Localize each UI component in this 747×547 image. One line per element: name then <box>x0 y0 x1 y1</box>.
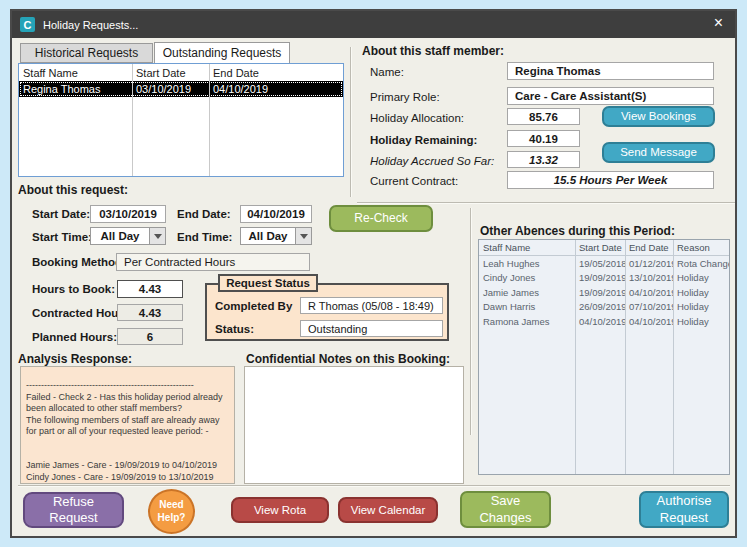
cell: 04/10/2019 <box>625 287 673 298</box>
view-bookings-button[interactable]: View Bookings <box>602 106 715 127</box>
other-absences-table: Staff Name Start Date End Date Reason Le… <box>478 239 730 475</box>
holiday-accrued-field[interactable]: 13.32 <box>507 151 580 168</box>
primary-role-label: Primary Role: <box>370 91 440 103</box>
refuse-request-button[interactable]: Refuse Request <box>23 492 124 528</box>
end-time-value: All Day <box>241 230 295 242</box>
column-divider <box>673 240 674 474</box>
cell-end-date: 04/10/2019 <box>209 83 343 95</box>
view-calendar-button[interactable]: View Calendar <box>338 497 438 523</box>
table-row[interactable]: Regina Thomas 03/10/2019 04/10/2019 <box>19 81 343 97</box>
start-date-label: Start Date: <box>32 208 90 220</box>
end-date-field[interactable]: 04/10/2019 <box>240 205 312 223</box>
divider <box>18 485 730 487</box>
divider <box>470 208 472 435</box>
start-time-label: Start Time: <box>32 231 92 243</box>
cell: 19/05/2018 <box>575 258 625 269</box>
authorise-request-button[interactable]: Authorise Request <box>639 491 729 528</box>
close-icon[interactable]: × <box>714 14 723 32</box>
cell: Rota Change <box>673 258 729 269</box>
start-time-value: All Day <box>91 230 149 242</box>
current-contract-field[interactable]: 15.5 Hours Per Week <box>507 171 714 189</box>
status-field[interactable]: Outstanding <box>300 320 443 337</box>
holiday-accrued-label: Holiday Accrued So Far: <box>370 155 494 167</box>
column-divider <box>575 240 576 474</box>
requests-table-header: Staff Name Start Date End Date <box>19 64 343 81</box>
confidential-notes-input[interactable] <box>244 366 464 484</box>
end-date-label: End Date: <box>177 208 231 220</box>
cell: Dawn Harris <box>479 301 575 312</box>
title-bar: C Holiday Requests... × <box>12 11 735 38</box>
status-label: Status: <box>215 323 254 335</box>
cell: Ramona James <box>479 316 575 327</box>
cell: 13/10/2019 <box>625 272 673 283</box>
chevron-down-icon[interactable] <box>295 228 311 244</box>
name-label: Name: <box>370 66 404 78</box>
cell: 07/10/2019 <box>625 301 673 312</box>
cell: Cindy Jones <box>479 272 575 283</box>
planned-hours-label: Planned Hours: <box>32 331 117 343</box>
name-field[interactable]: Regina Thomas <box>507 62 714 80</box>
col-start-date: Start Date <box>575 242 625 253</box>
cell: 26/09/2019 <box>575 301 625 312</box>
cell-start-date: 03/10/2019 <box>132 83 209 95</box>
holiday-remaining-label: Holiday Remaining: <box>370 134 477 146</box>
col-end-date: End Date <box>625 242 673 253</box>
current-contract-label: Current Contract: <box>370 175 458 187</box>
cell: 19/09/2019 <box>575 272 625 283</box>
analysis-response-text: ----------------------------------------… <box>20 366 235 484</box>
app-icon: C <box>20 17 35 32</box>
staff-section-title: About this staff member: <box>362 44 504 58</box>
column-divider <box>209 64 210 176</box>
cell: 01/12/2019 <box>625 258 673 269</box>
col-staff-name: Staff Name <box>479 242 575 253</box>
table-row[interactable]: Leah Hughes 19/05/2018 01/12/2019 Rota C… <box>479 256 729 271</box>
outstanding-requests-table: Staff Name Start Date End Date Regina Th… <box>18 63 344 177</box>
table-row[interactable]: Ramona James 04/10/2019 04/10/2019 Holid… <box>479 314 729 329</box>
holiday-allocation-field[interactable]: 85.76 <box>507 108 580 125</box>
cell: Holiday <box>673 316 729 327</box>
hours-to-book-label: Hours to Book: <box>32 283 115 295</box>
chevron-down-icon[interactable] <box>149 228 165 244</box>
end-time-select[interactable]: All Day <box>240 227 312 245</box>
divider <box>357 202 735 204</box>
column-divider <box>625 240 626 474</box>
confidential-notes-label: Confidential Notes on this Booking: <box>246 352 450 366</box>
view-rota-button[interactable]: View Rota <box>231 497 329 523</box>
start-date-field[interactable]: 03/10/2019 <box>90 205 166 223</box>
window-title: Holiday Requests... <box>43 19 138 31</box>
cell: Holiday <box>673 287 729 298</box>
cell: 04/10/2019 <box>575 316 625 327</box>
col-start-date: Start Date <box>132 67 209 79</box>
save-changes-button[interactable]: Save Changes <box>460 491 551 528</box>
recheck-button[interactable]: Re-Check <box>329 205 433 232</box>
cell: Jamie James <box>479 287 575 298</box>
analysis-response-label: Analysis Response: <box>18 352 132 366</box>
table-row[interactable]: Jamie James 19/09/2019 04/10/2019 Holida… <box>479 285 729 300</box>
cell: Leah Hughes <box>479 258 575 269</box>
holiday-requests-dialog: C Holiday Requests... × Historical Reque… <box>10 9 737 538</box>
col-reason: Reason <box>673 242 729 253</box>
completed-by-field[interactable]: R Thomas (05/08 - 18:49) <box>300 297 443 314</box>
request-status-title: Request Status <box>218 274 318 292</box>
holiday-remaining-field[interactable]: 40.19 <box>507 130 580 147</box>
booking-method-label: Booking Method: <box>32 256 126 268</box>
tab-historical-requests[interactable]: Historical Requests <box>20 43 153 63</box>
other-absences-title: Other Abences during this Period: <box>480 224 675 238</box>
send-message-button[interactable]: Send Message <box>602 142 715 163</box>
start-time-select[interactable]: All Day <box>90 227 166 245</box>
planned-hours-field: 6 <box>117 328 183 345</box>
hours-to-book-field[interactable]: 4.43 <box>117 280 183 298</box>
tab-outstanding-requests[interactable]: Outstanding Requests <box>154 42 290 64</box>
col-end-date: End Date <box>209 67 343 79</box>
need-help-button[interactable]: Need Help? <box>148 489 195 534</box>
column-divider <box>132 64 133 176</box>
table-row[interactable]: Cindy Jones 19/09/2019 13/10/2019 Holida… <box>479 271 729 286</box>
contracted-hours-field: 4.43 <box>117 304 183 321</box>
booking-method-field[interactable]: Per Contracted Hours <box>116 253 310 271</box>
completed-by-label: Completed By <box>215 300 292 312</box>
request-section-title: About this request: <box>18 183 128 197</box>
table-row[interactable]: Dawn Harris 26/09/2019 07/10/2019 Holida… <box>479 300 729 315</box>
cell-staff-name: Regina Thomas <box>19 83 132 95</box>
primary-role-field[interactable]: Care - Care Assistant(S) <box>507 87 714 105</box>
divider <box>350 47 352 197</box>
